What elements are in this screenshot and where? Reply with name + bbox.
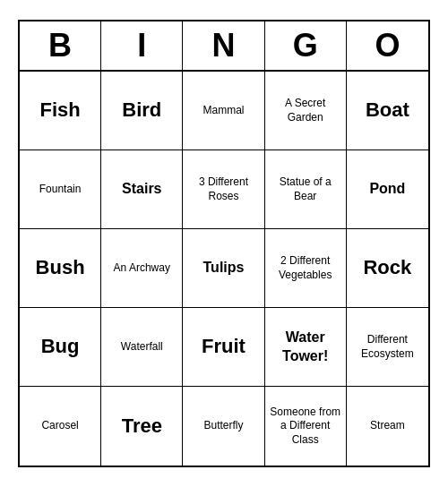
bingo-cell: Stairs [101,150,183,229]
bingo-cell: Rock [347,229,428,308]
bingo-cell: Boat [347,72,428,150]
bingo-header: BINGO [20,21,428,72]
bingo-cell: Tree [101,387,183,466]
header-letter: B [20,21,101,70]
bingo-cell: Butterfly [183,387,264,466]
bingo-cell: Fountain [20,150,101,229]
bingo-cell: 2 Different Vegetables [265,229,347,308]
bingo-cell: Pond [347,150,428,229]
bingo-cell: Mammal [183,72,264,150]
bingo-cell: Carosel [20,387,101,466]
bingo-cell: Bush [20,229,101,308]
bingo-cell: Someone from a Different Class [265,387,347,466]
bingo-cell: Stream [347,387,428,466]
bingo-cell: Waterfall [101,308,183,387]
bingo-cell: An Archway [101,229,183,308]
bingo-cell: Bug [20,308,101,387]
bingo-cell: Fish [20,72,101,150]
header-letter: I [101,21,183,70]
bingo-cell: Water Tower! [265,308,347,387]
bingo-card: BINGO FishBirdMammalA Secret GardenBoatF… [18,20,430,467]
bingo-cell: Fruit [183,308,264,387]
header-letter: O [347,21,428,70]
bingo-cell: Tulips [183,229,264,308]
bingo-cell: Bird [101,72,183,150]
header-letter: N [183,21,264,70]
bingo-cell: A Secret Garden [265,72,347,150]
bingo-cell: Statue of a Bear [265,150,347,229]
bingo-cell: 3 Different Roses [183,150,264,229]
bingo-cell: Different Ecosystem [347,308,428,387]
bingo-grid: FishBirdMammalA Secret GardenBoatFountai… [20,72,428,466]
header-letter: G [265,21,347,70]
